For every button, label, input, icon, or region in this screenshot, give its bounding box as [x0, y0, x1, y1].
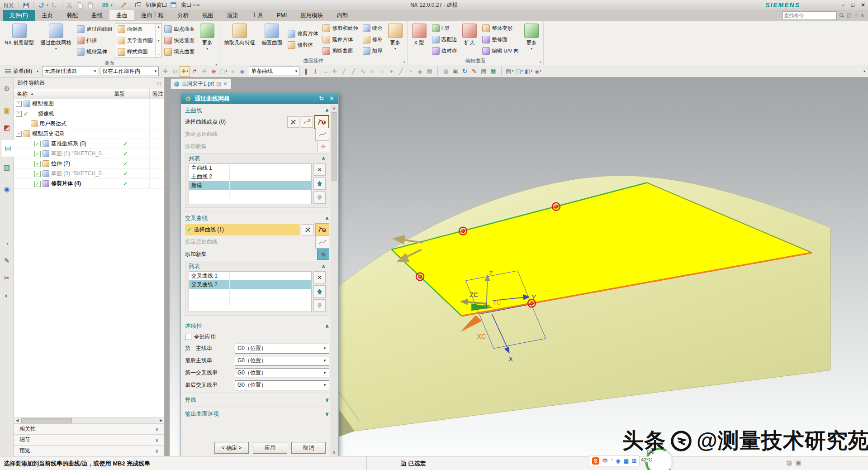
reuse-library-icon[interactable]: ▥: [1, 161, 13, 174]
curve-rule-combo[interactable]: 单条曲线▼: [249, 67, 299, 76]
tree-pick-icon[interactable]: ⊥: [311, 67, 320, 76]
curve-chain-icon[interactable]: [315, 223, 329, 236]
ribbon-small-button[interactable]: 面倒圆: [115, 24, 156, 35]
dialog-scrollbar[interactable]: ∧ ∨: [331, 106, 337, 455]
dialog-reset-icon[interactable]: ↻: [319, 95, 324, 102]
cross-list-header[interactable]: 列表∧: [189, 261, 326, 271]
ribbon-small-button[interactable]: 修剪和延伸: [320, 23, 360, 34]
ribbon-big-button[interactable]: 抽取几何特征: [221, 21, 258, 58]
maximize-button[interactable]: □: [851, 2, 854, 8]
switch-window-icon[interactable]: [134, 1, 142, 9]
ribbon-small-button[interactable]: 快速造面: [162, 35, 197, 46]
feature-checkbox[interactable]: ✓: [34, 151, 41, 157]
sogou-logo-icon[interactable]: S: [592, 457, 599, 465]
switch-window-button[interactable]: 切换窗口: [146, 1, 167, 9]
ribbon-big-button[interactable]: X 型: [409, 21, 430, 58]
ribbon-big-button[interactable]: NX 创意塑型: [1, 21, 37, 60]
primary-select-row[interactable]: 选择曲线或点 (0): [185, 116, 329, 128]
undo-button[interactable]: [37, 1, 45, 9]
dialog-scroll-up-icon[interactable]: ∧: [332, 106, 336, 110]
tab-10[interactable]: 应用模块: [294, 10, 330, 21]
redo-button[interactable]: [51, 1, 59, 9]
ribbon-big-button[interactable]: 偏置曲面: [258, 21, 285, 58]
spline-tool-icon[interactable]: ∿: [358, 67, 368, 76]
scroll-thumb[interactable]: [21, 418, 72, 423]
ok-button[interactable]: < 确定 >: [214, 442, 249, 454]
expand-toggle-icon[interactable]: −: [16, 131, 22, 137]
punctuation-icon[interactable]: ’: [611, 458, 612, 464]
continuity-select[interactable]: G0（位置）▼: [235, 368, 329, 378]
ribbon-small-button[interactable]: 四点曲面: [162, 24, 197, 35]
section-output-options[interactable]: 输出曲面选项∨: [185, 408, 329, 419]
fence-icon[interactable]: ∥: [301, 67, 311, 76]
touch-mode-icon[interactable]: ◐: [1, 288, 13, 302]
list-item[interactable]: [189, 297, 311, 306]
line2-tool-icon[interactable]: ╱: [349, 67, 358, 76]
sphere-tool-icon[interactable]: ◔: [406, 67, 415, 76]
ribbon-small-button[interactable]: 修剪体: [285, 39, 320, 51]
ribbon-small-button[interactable]: 修补: [360, 34, 385, 45]
list-item[interactable]: [189, 289, 311, 297]
ime-toolbar[interactable]: S中’◉▦⊞: [589, 456, 640, 466]
cross-select-highlight[interactable]: ✓ 选择曲线 (1): [185, 224, 300, 235]
tree-row[interactable]: 用户表达式: [14, 119, 164, 129]
column-header-extra[interactable]: 附注: [150, 89, 164, 99]
cut-button[interactable]: [66, 1, 74, 9]
circle-tool-icon[interactable]: ○: [377, 67, 387, 76]
ribbon-more-button[interactable]: 更多▾: [521, 21, 542, 58]
dialog-scroll-down-icon[interactable]: ∨: [332, 450, 336, 455]
add-new-set-icon[interactable]: [317, 141, 329, 152]
point-tool-icon[interactable]: +: [387, 67, 396, 76]
clip-section-icon[interactable]: ◈▾: [533, 67, 543, 76]
toolbar-overflow-icon[interactable]: ▾: [861, 69, 865, 73]
ribbon-big-button[interactable]: 通过曲线网格▾: [37, 21, 75, 60]
apply-button[interactable]: 应用: [253, 442, 287, 454]
selection-scope-combo[interactable]: 仅在工作部件内▼: [100, 67, 159, 76]
ribbon-small-button[interactable]: 缝合: [360, 23, 385, 34]
group-dialog-launcher-icon[interactable]: ▾: [403, 59, 405, 66]
tab-0[interactable]: 主页: [35, 10, 60, 21]
list-item[interactable]: [189, 190, 311, 198]
ribbon-more-button[interactable]: 更多▾: [385, 21, 406, 58]
continuity-select[interactable]: G0（位置）▼: [235, 356, 329, 366]
assembly-navigator-icon[interactable]: ▣: [1, 104, 13, 117]
scroll-right-icon[interactable]: ▶: [158, 418, 164, 422]
save-button[interactable]: [22, 1, 30, 9]
tree-row[interactable]: ✓草图 (1) "SKETCH_0...✓: [14, 149, 164, 159]
point-constructor-icon[interactable]: ⊕: [209, 67, 218, 76]
scroll-left-icon[interactable]: ◀: [14, 418, 20, 422]
move-down-icon[interactable]: [313, 192, 326, 204]
ribbon-small-button[interactable]: 样式倒圆: [115, 46, 156, 58]
deselect-icon[interactable]: [287, 116, 299, 128]
menu-button[interactable]: 菜单(M)▾: [3, 67, 40, 75]
section-spine[interactable]: 脊线∨: [185, 394, 329, 405]
edit-display-icon[interactable]: ✎: [470, 67, 479, 76]
part-navigator-icon[interactable]: ▤: [1, 139, 15, 157]
expand-toggle-icon[interactable]: +: [16, 111, 22, 117]
slash-tool-icon[interactable]: ╱: [396, 67, 406, 76]
solid-cube-icon[interactable]: ◆: [237, 67, 247, 76]
tree-row[interactable]: ✓草图 (3) "SKETCH_0...✓: [14, 169, 164, 179]
zoom-window-icon[interactable]: ◎: [441, 67, 451, 76]
gallery-scroll-strip[interactable]: ▲▼≡: [155, 24, 161, 58]
qat-overflow-icon[interactable]: ▾≡: [196, 3, 200, 7]
diamond-tool-icon[interactable]: ◈: [415, 67, 425, 76]
dialog-close-icon[interactable]: ✕: [329, 95, 334, 102]
apply-all-checkbox[interactable]: [185, 334, 191, 340]
undo-dropdown-icon[interactable]: ▾: [47, 3, 48, 7]
ribbon-small-button[interactable]: 匹配边: [430, 34, 460, 45]
ime-toolbox-icon[interactable]: ⊞: [632, 458, 636, 464]
ribbon-more-button[interactable]: 更多▾: [197, 21, 218, 60]
list-item[interactable]: 交叉曲线 1: [189, 272, 311, 280]
move-up-icon[interactable]: [313, 285, 326, 297]
ribbon-small-button[interactable]: 扫掠: [75, 35, 115, 46]
column-header-latest[interactable]: 最新: [111, 89, 150, 99]
window-dropdown-icon[interactable]: ▾: [193, 3, 195, 7]
ribbon-small-button[interactable]: 美学面倒圆: [115, 35, 156, 46]
move-down-icon[interactable]: [313, 299, 326, 312]
soft-keyboard-icon[interactable]: ▦: [624, 458, 629, 464]
ribbon-small-button[interactable]: 编辑 U/V 向: [480, 45, 521, 57]
pan-icon[interactable]: ▣: [451, 67, 460, 76]
tree-row[interactable]: ✓基准坐标系 (0)✓: [14, 139, 164, 149]
redirect-icon[interactable]: ↱: [190, 67, 199, 76]
